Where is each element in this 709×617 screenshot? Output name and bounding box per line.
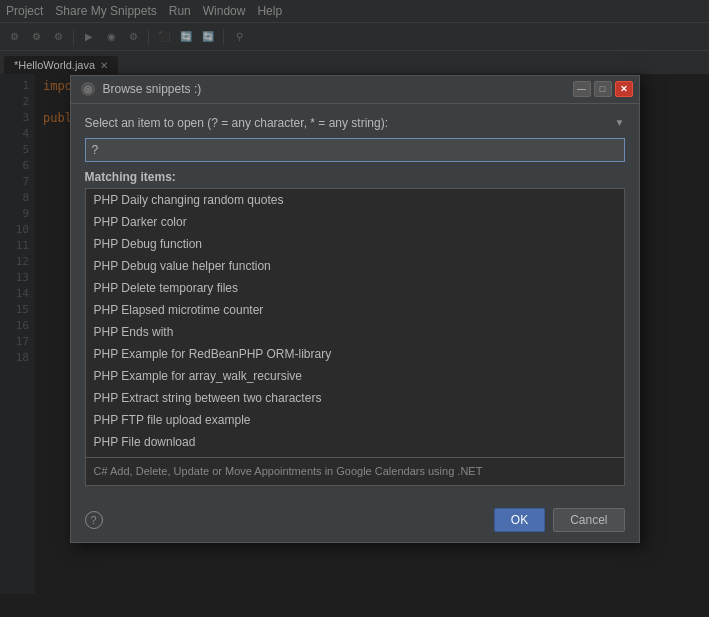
list-item[interactable]: PHP Extract string between two character… xyxy=(86,387,624,409)
list-item[interactable]: PHP Debug function xyxy=(86,233,624,255)
list-item[interactable]: PHP File download with speed limit xyxy=(86,453,624,458)
ok-button[interactable]: OK xyxy=(494,508,545,532)
snippet-status-text: C# Add, Delete, Update or Move Appointme… xyxy=(94,465,483,477)
matching-items-label: Matching items: xyxy=(85,170,625,184)
snippet-status-bar: C# Add, Delete, Update or Move Appointme… xyxy=(85,458,625,486)
close-button[interactable]: ✕ xyxy=(615,81,633,97)
dialog-window-controls: — □ ✕ xyxy=(573,81,633,97)
list-item[interactable]: PHP File download xyxy=(86,431,624,453)
cancel-button[interactable]: Cancel xyxy=(553,508,624,532)
dropdown-arrow-icon: ▼ xyxy=(615,117,625,128)
maximize-button[interactable]: □ xyxy=(594,81,612,97)
help-icon[interactable]: ? xyxy=(85,511,103,529)
modal-overlay: ◎ Browse snippets :) — □ ✕ Select an ite… xyxy=(0,0,709,617)
dialog-titlebar: ◎ Browse snippets :) — □ ✕ xyxy=(71,76,639,104)
dialog-footer: ? OK Cancel xyxy=(71,498,639,542)
list-item[interactable]: PHP Ends with xyxy=(86,321,624,343)
dialog-app-icon: ◎ xyxy=(81,82,95,96)
select-label: Select an item to open (? = any characte… xyxy=(85,116,625,130)
list-item[interactable]: PHP Daily changing random quotes xyxy=(86,189,624,211)
select-label-text: Select an item to open (? = any characte… xyxy=(85,116,389,130)
dialog-title: Browse snippets :) xyxy=(103,82,202,96)
footer-buttons: OK Cancel xyxy=(494,508,625,532)
list-item[interactable]: PHP Darker color xyxy=(86,211,624,233)
browse-snippets-dialog: ◎ Browse snippets :) — □ ✕ Select an ite… xyxy=(70,75,640,543)
list-item[interactable]: PHP Delete temporary files xyxy=(86,277,624,299)
list-item[interactable]: PHP Example for array_walk_recursive xyxy=(86,365,624,387)
dialog-title-left: ◎ Browse snippets :) xyxy=(81,82,202,96)
list-item[interactable]: PHP Example for RedBeanPHP ORM-library xyxy=(86,343,624,365)
list-item[interactable]: PHP FTP file upload example xyxy=(86,409,624,431)
search-input[interactable] xyxy=(85,138,625,162)
dialog-body: Select an item to open (? = any characte… xyxy=(71,104,639,498)
list-item[interactable]: PHP Debug value helper function xyxy=(86,255,624,277)
ide-background: Project Share My Snippets Run Window Hel… xyxy=(0,0,709,617)
snippets-list[interactable]: PHP Daily changing random quotes PHP Dar… xyxy=(85,188,625,458)
list-item[interactable]: PHP Elapsed microtime counter xyxy=(86,299,624,321)
minimize-button[interactable]: — xyxy=(573,81,591,97)
